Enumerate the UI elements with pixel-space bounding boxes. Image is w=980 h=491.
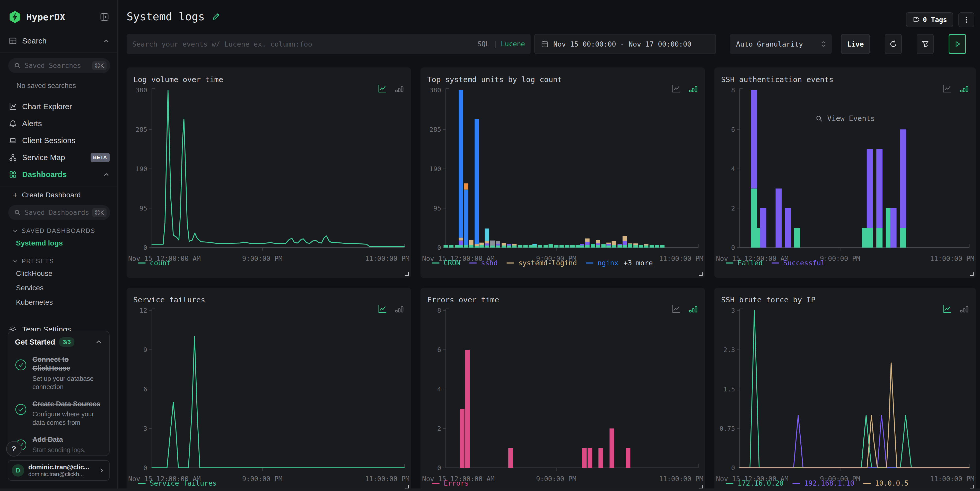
line-view-icon[interactable] [377,303,387,315]
legend-swatch [138,483,146,484]
get-started-item[interactable]: Connect to ClickHouse Set up your databa… [15,355,102,391]
sidebar-item-label: Service Map [22,153,86,162]
line-view-icon[interactable] [377,83,387,95]
run-query-button[interactable] [948,34,966,54]
legend-label: CRON [444,259,460,267]
lucene-toggle[interactable]: Lucene [501,40,525,48]
get-started-card: Get Started 3/3 Connect to ClickHouse Se… [8,331,110,456]
line-view-icon[interactable] [942,83,952,95]
resize-handle[interactable] [404,271,409,276]
svg-text:9:00:00 PM: 9:00:00 PM [242,255,283,262]
legend-item[interactable]: systemd-logind [506,259,577,267]
presets-section-header[interactable]: PRESETS [0,250,117,266]
tags-button[interactable]: 0 Tags [906,12,953,27]
legend-swatch [726,262,733,264]
legend-item[interactable]: 172.16.0.20 [726,479,784,487]
account-menu[interactable]: D dominic.tran@clic... dominic.tran@clic… [8,460,110,481]
event-search-box[interactable]: SQL | Lucene [127,34,531,54]
sidebar-preset-kubernetes[interactable]: Kubernetes [0,295,117,310]
panel-title: Service failures [133,296,205,304]
chart-canvas[interactable]: 02468Nov 15 12:00:00 AM9:00:00 PM11:00:0… [714,67,976,278]
sidebar-collapse-icon[interactable] [99,11,110,23]
edit-title-icon[interactable] [211,12,221,21]
saved-dashboards-section-header[interactable]: SAVED DASHBOARDS [0,220,117,236]
sidebar-item-label: Dashboards [22,170,98,179]
sidebar-dashboard-systemd-logs[interactable]: Systemd logs [0,236,117,250]
chart-canvas[interactable]: 095190285380Nov 15 12:00:00 AM9:00:00 PM… [127,67,411,278]
main-content: Systemd logs 0 Tags SQL | Lucene 1 Nov 1… [118,0,980,491]
legend-item[interactable]: nginx [586,259,619,267]
sql-toggle[interactable]: SQL [477,40,490,48]
sidebar-item-dashboards[interactable]: Dashboards [0,166,117,183]
chart-panel-errors: 02468Nov 15 12:00:00 AM9:00:00 PM11:00:0… [420,288,705,491]
resize-handle[interactable] [404,484,409,489]
legend-item[interactable]: Errors [432,479,469,487]
legend-item[interactable]: Service failures [138,479,217,487]
bar-view-icon[interactable] [394,83,404,95]
legend-item[interactable]: Successful [772,259,825,267]
legend-item[interactable]: Failed [726,259,763,267]
resize-handle[interactable] [698,484,703,489]
view-events-button[interactable]: View Events [815,114,875,123]
refresh-button[interactable] [885,34,902,54]
legend-label: 172.16.0.20 [738,479,784,487]
legend-label: sshd [481,259,498,267]
bar-view-icon[interactable] [394,303,404,315]
saved-dashboards-input[interactable] [25,209,89,216]
line-view-icon[interactable] [671,303,681,315]
legend-item[interactable]: CRON [432,259,460,267]
sidebar-item-client-sessions[interactable]: Client Sessions [0,132,117,149]
horizontal-scrollbar[interactable] [0,488,980,491]
live-button[interactable]: Live [841,34,870,54]
sidebar-item-alerts[interactable]: Alerts [0,115,117,132]
resize-handle[interactable] [698,271,703,276]
refresh-icon [889,40,897,48]
saved-searches-input[interactable] [25,62,89,70]
sidebar-preset-clickhouse[interactable]: ClickHouse [0,266,117,281]
dashboard-menu-button[interactable] [958,12,974,27]
sidebar-preset-services[interactable]: Services [0,281,117,295]
resize-handle[interactable] [969,271,974,276]
laptop-icon [9,137,17,145]
event-search-input[interactable] [132,40,473,48]
chart-canvas[interactable]: 095190285380Nov 15 12:00:00 AM9:00:00 PM… [420,67,705,278]
sidebar-item-search[interactable]: Search [0,32,117,49]
date-range-picker[interactable]: 1 Nov 15 00:00:00 - Nov 17 00:00:00 [534,34,716,54]
chevron-right-icon [98,467,105,474]
create-dashboard-button[interactable]: + Create Dashboard [0,187,117,203]
plus-icon: + [13,191,18,200]
chart-canvas[interactable]: 02468Nov 15 12:00:00 AM9:00:00 PM11:00:0… [420,288,705,491]
toggle-separator: | [493,40,497,48]
bar-view-icon[interactable] [959,83,969,95]
select-chevrons-icon [821,40,827,48]
brand-name: HyperDX [26,12,94,22]
line-view-icon[interactable] [671,83,681,95]
legend-item[interactable]: 10.0.0.5 [863,479,908,487]
chevron-up-icon[interactable] [95,338,102,346]
saved-dashboards-search[interactable]: ⌘K [8,205,110,220]
legend-more-link[interactable]: +3 more [624,259,653,267]
legend-item[interactable]: 192.168.1.10 [792,479,854,487]
get-started-item[interactable]: Create Data Sources Configure where your… [15,400,102,427]
sidebar-item-chart-explorer[interactable]: Chart Explorer [0,98,117,115]
get-started-progress-badge: 3/3 [59,337,75,346]
granularity-select[interactable]: Auto Granularity [730,34,832,54]
kbd-shortcut: ⌘K [92,208,107,217]
line-view-icon[interactable] [942,303,952,315]
help-button[interactable]: ? [6,441,22,456]
legend-item[interactable]: sshd [469,259,498,267]
bar-view-icon[interactable] [959,303,969,315]
resize-handle[interactable] [969,484,974,489]
saved-searches-search[interactable]: ⌘K [8,58,110,73]
get-started-item[interactable]: Add Data Start sending logs, metrics, or… [15,435,102,456]
bar-view-icon[interactable] [688,83,698,95]
filter-button[interactable] [917,34,934,54]
chart-canvas[interactable]: 036912Nov 15 12:00:00 AM9:00:00 PM11:00:… [127,288,411,491]
bar-view-icon[interactable] [688,303,698,315]
chart-canvas[interactable]: 00.751.52.33Nov 15 12:00:00 AM9:00:00 PM… [714,288,976,491]
svg-text:9: 9 [143,346,147,354]
svg-text:0: 0 [731,464,735,472]
chart-panel-top-units: 095190285380Nov 15 12:00:00 AM9:00:00 PM… [420,67,705,278]
legend-item[interactable]: count [138,259,170,267]
sidebar-item-service-map[interactable]: Service Map BETA [0,149,117,166]
